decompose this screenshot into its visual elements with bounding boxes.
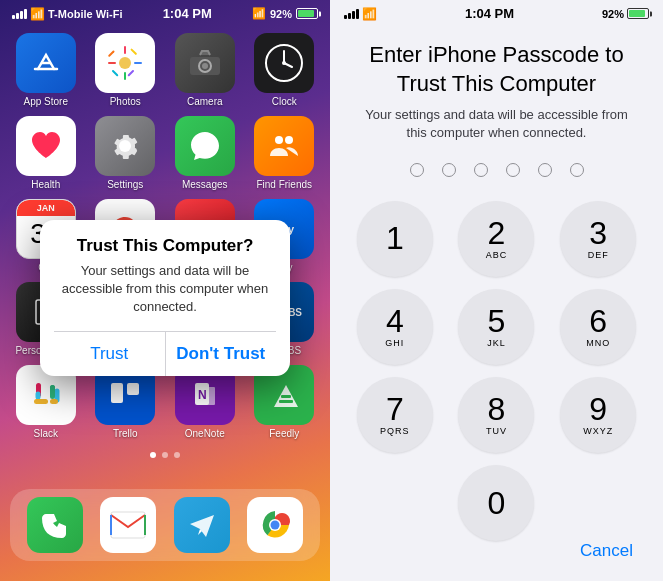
wifi-icon: 📶 [30, 7, 45, 21]
svg-rect-42 [111, 512, 145, 538]
page-dots [0, 452, 330, 458]
svg-rect-35 [111, 383, 123, 403]
numpad: 1 2 ABC 3 DEF 4 GHI 5 JKL 6 MNO 7 PQRS 8 [330, 201, 663, 541]
num-btn-6[interactable]: 6 MNO [560, 289, 636, 365]
svg-point-16 [275, 136, 283, 144]
battery-icon-right [627, 8, 649, 19]
bluetooth-icon: 📶 [252, 7, 266, 20]
svg-rect-4 [134, 62, 142, 64]
svg-rect-3 [108, 62, 116, 64]
wifi-icon-right: 📶 [362, 7, 377, 21]
battery-percent-left: 92% [270, 8, 292, 20]
status-time-left: 1:04 PM [163, 6, 212, 21]
app-messages[interactable]: Messages [169, 116, 241, 191]
app-clock[interactable]: Clock [249, 33, 321, 108]
num-btn-7[interactable]: 7 PQRS [357, 377, 433, 453]
passcode-dot-5 [538, 163, 552, 177]
battery-percent-right: 92% [602, 8, 624, 20]
app-slack[interactable]: Slack [10, 365, 82, 440]
iphone-home-screen: 📶 T-Mobile Wi-Fi 1:04 PM 📶 92% App Store [0, 0, 330, 581]
app-appstore[interactable]: App Store [10, 33, 82, 108]
passcode-dot-3 [474, 163, 488, 177]
trust-dialog: Trust This Computer? Your settings and d… [40, 220, 290, 376]
svg-rect-30 [35, 392, 40, 400]
svg-point-11 [202, 63, 208, 69]
dock-gmail[interactable] [100, 497, 156, 553]
status-carrier: 📶 T-Mobile Wi-Fi [12, 7, 122, 21]
passcode-screen: 📶 1:04 PM 92% Enter iPhone Passcode to T… [330, 0, 663, 581]
page-dot-1 [150, 452, 156, 458]
num-btn-5[interactable]: 5 JKL [458, 289, 534, 365]
svg-rect-5 [108, 50, 115, 57]
app-settings[interactable]: Settings [90, 116, 162, 191]
svg-rect-34 [50, 399, 58, 404]
svg-point-0 [119, 57, 131, 69]
trust-dialog-buttons: Trust Don't Trust [54, 331, 276, 376]
status-right-right: 92% [602, 8, 649, 20]
svg-point-45 [271, 521, 280, 530]
passcode-title: Enter iPhone Passcode to Trust This Comp… [330, 41, 663, 98]
trust-dialog-message: Your settings and data will be accessibl… [54, 262, 276, 317]
num-empty-left [357, 465, 433, 541]
app-feedly[interactable]: Feedly [249, 365, 321, 440]
num-btn-2[interactable]: 2 ABC [458, 201, 534, 277]
signal-bars-right [344, 9, 359, 19]
num-btn-3[interactable]: 3 DEF [560, 201, 636, 277]
status-left-right: 📶 [344, 7, 377, 21]
passcode-dot-6 [570, 163, 584, 177]
svg-point-15 [282, 61, 286, 65]
dock-chrome[interactable] [247, 497, 303, 553]
page-dot-3 [174, 452, 180, 458]
app-camera[interactable]: Camera [169, 33, 241, 108]
svg-text:N: N [198, 388, 207, 402]
svg-rect-33 [34, 399, 48, 404]
status-bar-left: 📶 T-Mobile Wi-Fi 1:04 PM 📶 92% [0, 0, 330, 25]
signal-icon [12, 9, 27, 19]
svg-rect-32 [50, 385, 55, 390]
svg-rect-2 [124, 72, 126, 80]
cancel-button[interactable]: Cancel [580, 541, 633, 561]
svg-rect-1 [124, 46, 126, 54]
dock-telegram[interactable] [174, 497, 230, 553]
page-dot-2 [162, 452, 168, 458]
num-btn-1[interactable]: 1 [357, 201, 433, 277]
passcode-subtitle: Your settings and data will be accessibl… [330, 106, 663, 142]
passcode-dots [410, 163, 584, 177]
svg-rect-41 [279, 400, 293, 403]
app-photos[interactable]: Photos [90, 33, 162, 108]
num-empty-right [560, 465, 636, 541]
dont-trust-button[interactable]: Don't Trust [166, 332, 277, 376]
num-btn-4[interactable]: 4 GHI [357, 289, 433, 365]
battery-icon-left [296, 8, 318, 19]
trust-dialog-title: Trust This Computer? [54, 236, 276, 256]
num-btn-8[interactable]: 8 TUV [458, 377, 534, 453]
svg-rect-7 [130, 48, 137, 55]
trust-button[interactable]: Trust [54, 332, 166, 376]
passcode-dot-1 [410, 163, 424, 177]
passcode-dot-2 [442, 163, 456, 177]
svg-rect-40 [281, 395, 291, 398]
app-onenote[interactable]: N OneNote [169, 365, 241, 440]
svg-rect-8 [112, 70, 119, 77]
status-bar-right: 📶 1:04 PM 92% [330, 0, 663, 25]
app-findfriends[interactable]: Find Friends [249, 116, 321, 191]
dock [10, 489, 320, 561]
status-right-left: 📶 92% [252, 7, 318, 20]
status-time-right: 1:04 PM [465, 6, 514, 21]
num-btn-9[interactable]: 9 WXYZ [560, 377, 636, 453]
svg-rect-36 [127, 383, 139, 395]
app-health[interactable]: Health [10, 116, 82, 191]
app-trello[interactable]: Trello [90, 365, 162, 440]
passcode-dot-4 [506, 163, 520, 177]
svg-rect-6 [128, 70, 135, 77]
num-btn-0[interactable]: 0 [458, 465, 534, 541]
dock-phone[interactable] [27, 497, 83, 553]
svg-point-17 [285, 136, 293, 144]
